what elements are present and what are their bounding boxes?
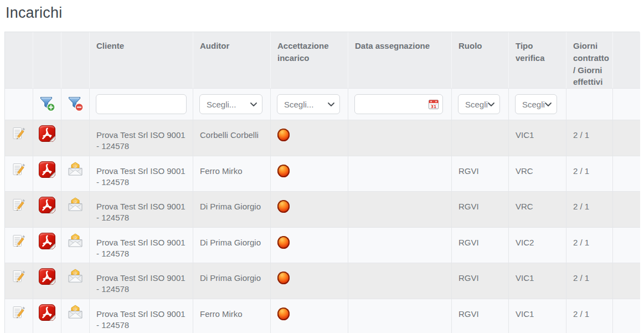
data-assegnazione-cell (348, 120, 452, 156)
auditor-cell: Ferro Mirko (193, 299, 271, 333)
cliente-cell: Prova Test Srl ISO 9001 - 124578 (90, 228, 193, 264)
red-status-light (277, 236, 290, 249)
header-data-assegnazione: Data assegnazione (348, 32, 452, 89)
red-status-light (277, 271, 290, 284)
cliente-cell: Prova Test Srl ISO 9001 - 124578 (90, 299, 193, 333)
table-row: Prova Test Srl ISO 9001 - 124578 Di Prim… (5, 228, 640, 264)
ruolo-cell: RGVI (452, 299, 509, 333)
chevron-down-icon (250, 103, 257, 106)
header-cliente: Cliente (90, 32, 193, 89)
auditor-cell: Ferro Mirko (193, 156, 271, 192)
cliente-cell: Prova Test Srl ISO 9001 - 124578 (90, 263, 193, 299)
cliente-cell: Prova Test Srl ISO 9001 - 124578 (90, 156, 193, 192)
data-assegnazione-cell (348, 299, 452, 333)
extra-cell (613, 263, 640, 299)
filter-empty-cell (5, 89, 33, 120)
ruolo-cell: RGVI (452, 263, 509, 299)
filter-row: Scegli... Scegli... (5, 89, 640, 120)
table-row: Prova Test Srl ISO 9001 - 124578 Di Prim… (5, 263, 640, 299)
pdf-icon (39, 233, 55, 249)
send-mail-button[interactable] (67, 197, 84, 212)
table-row: Prova Test Srl ISO 9001 - 124578 Corbell… (5, 120, 640, 156)
pdf-button[interactable] (39, 161, 55, 178)
pdf-button[interactable] (39, 268, 55, 285)
header-giorni: Giorni contratto / Giorni effettivi (566, 32, 613, 89)
pdf-button[interactable] (39, 233, 55, 249)
header-auditor: Auditor (193, 32, 271, 89)
header-tipo-verifica: Tipo verifica (509, 32, 566, 89)
red-status-light (277, 200, 290, 213)
extra-cell (613, 299, 640, 333)
accettazione-filter-select[interactable]: Scegli... (277, 94, 340, 114)
ruolo-filter-select[interactable]: Scegli (458, 94, 500, 114)
edit-assignment-button[interactable] (11, 125, 27, 142)
giorni-cell: 2 / 1 (566, 228, 613, 264)
clear-filter-button[interactable] (67, 95, 84, 112)
edit-document-icon (11, 268, 27, 285)
red-status-light (277, 165, 290, 177)
header-edit-column (5, 32, 33, 89)
send-mail-icon (67, 268, 84, 284)
funnel-plus-icon (39, 95, 55, 112)
calendar-icon (428, 99, 439, 110)
extra-cell (613, 192, 640, 228)
chevron-down-icon (328, 103, 334, 106)
tipo-verifica-filter-select[interactable]: Scegli (515, 94, 557, 114)
auditor-cell: Di Prima Giorgio (193, 263, 271, 299)
edit-assignment-button[interactable] (11, 268, 27, 285)
edit-assignment-button[interactable] (11, 197, 27, 213)
cliente-filter-input[interactable] (96, 94, 187, 114)
giorni-cell: 2 / 1 (566, 263, 613, 299)
send-mail-icon (67, 233, 84, 248)
pdf-button[interactable] (39, 125, 55, 142)
header-extra-column (613, 32, 640, 89)
date-picker-button[interactable] (428, 99, 439, 110)
pdf-icon (39, 125, 55, 142)
pdf-button[interactable] (39, 304, 55, 321)
data-assegnazione-cell (348, 156, 452, 192)
data-assegnazione-cell (348, 192, 452, 228)
auditor-filter-select[interactable]: Scegli... (199, 94, 262, 114)
tipo-verifica-cell: VIC1 (509, 120, 566, 156)
giorni-cell: 2 / 1 (566, 192, 613, 228)
accettazione-filter-selected-value: Scegli... (284, 100, 313, 109)
auditor-cell: Di Prima Giorgio (193, 192, 271, 228)
send-mail-button[interactable] (67, 233, 84, 248)
ruolo-filter-selected-value: Scegli (465, 100, 488, 109)
apply-filter-button[interactable] (39, 95, 55, 112)
edit-assignment-button[interactable] (11, 161, 27, 178)
edit-document-icon (11, 233, 27, 249)
pdf-button[interactable] (39, 197, 55, 213)
table-row: Prova Test Srl ISO 9001 - 124578 Di Prim… (5, 192, 640, 228)
extra-cell (613, 228, 640, 264)
red-status-light (277, 129, 290, 141)
ruolo-cell: RGVI (452, 228, 509, 264)
send-mail-button[interactable] (67, 161, 84, 177)
giorni-cell: 2 / 1 (566, 299, 613, 333)
filter-extra-cell (613, 89, 640, 120)
tipo-verifica-cell: VIC2 (509, 228, 566, 264)
send-mail-button[interactable] (67, 268, 84, 284)
ruolo-cell (452, 120, 509, 156)
header-accettazione-incarico: Accettazione incarico (271, 32, 348, 89)
header-ruolo: Ruolo (452, 32, 509, 89)
cliente-cell: Prova Test Srl ISO 9001 - 124578 (90, 192, 193, 228)
extra-cell (613, 156, 640, 192)
edit-assignment-button[interactable] (11, 304, 27, 321)
tipo-verifica-filter-selected-value: Scegli (522, 100, 545, 109)
table-row: Prova Test Srl ISO 9001 - 124578 Ferro M… (5, 156, 640, 192)
send-mail-icon (67, 197, 84, 212)
extra-cell (613, 120, 640, 156)
filter-giorni-cell (566, 89, 613, 120)
tipo-verifica-cell: VRC (509, 192, 566, 228)
tipo-verifica-cell: VRC (509, 156, 566, 192)
incarichi-grid: Cliente Auditor Accettazione incarico Da… (4, 32, 640, 333)
send-mail-button[interactable] (67, 304, 84, 320)
mail-cell-empty (61, 120, 90, 156)
pdf-icon (39, 161, 55, 178)
tipo-verifica-cell: VIC1 (509, 263, 566, 299)
red-status-light (277, 308, 290, 320)
auditor-cell: Corbelli Corbelli (193, 120, 271, 156)
edit-assignment-button[interactable] (11, 233, 27, 249)
chevron-down-icon (545, 103, 552, 106)
